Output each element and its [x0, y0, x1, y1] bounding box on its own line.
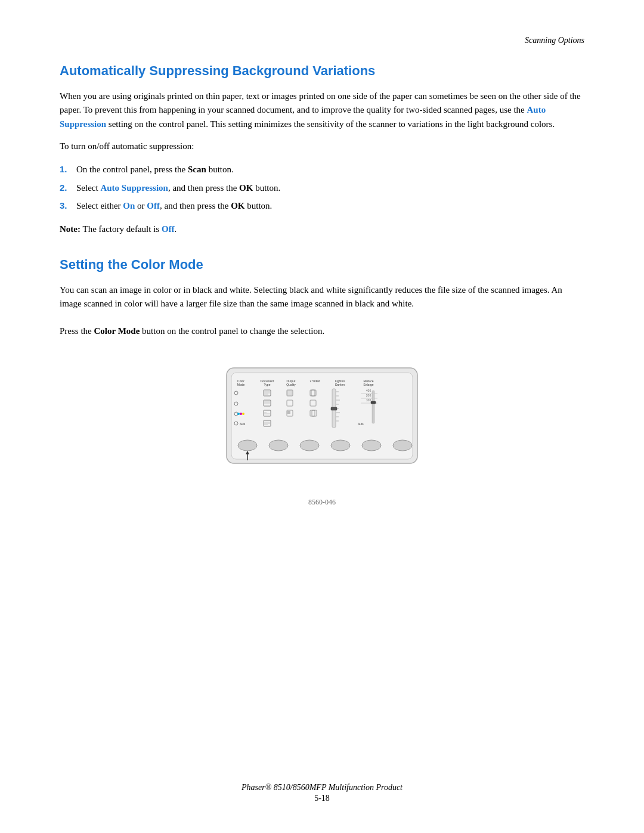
step2-bold: OK [239, 183, 253, 193]
section1-title: Automatically Suppressing Background Var… [60, 63, 584, 79]
svg-rect-54 [331, 407, 337, 410]
image-caption: 8560-046 [215, 498, 429, 507]
step3-text: Select either On or Off, and then press … [76, 199, 584, 213]
svg-text:200: 200 [366, 394, 371, 397]
svg-point-17 [240, 413, 242, 415]
turn-on-off-text: To turn on/off automatic suppression: [60, 140, 584, 153]
steps-list: 1. On the control panel, press the Scan … [60, 163, 584, 213]
note-end: . [175, 224, 177, 234]
svg-rect-36 [287, 391, 292, 395]
svg-rect-62 [372, 391, 374, 423]
intro-text-mid: setting on the control panel. This setti… [106, 119, 555, 129]
note-text: The factory default is [80, 224, 162, 234]
color-mode-bold: Color Mode [94, 326, 140, 336]
note-label: Note: [60, 224, 80, 234]
svg-point-16 [237, 413, 240, 415]
step1-num: 1. [60, 163, 76, 176]
svg-text:Type: Type [264, 383, 271, 386]
step3-link1: On [123, 201, 135, 210]
panel-image-wrapper: Color Mode Document Type Output Quality … [215, 356, 429, 507]
svg-point-67 [331, 440, 350, 451]
svg-rect-63 [371, 401, 376, 404]
svg-text:Mode: Mode [237, 383, 245, 386]
section2-container: Setting the Color Mode You can scan an i… [60, 257, 584, 507]
step3-num: 3. [60, 199, 76, 213]
svg-rect-39 [287, 411, 290, 414]
section2-title: Setting the Color Mode [60, 257, 584, 272]
intro-text-before: When you are using originals printed on … [60, 91, 581, 114]
section2-para2: Press the Color Mode button on the contr… [60, 324, 584, 338]
svg-point-66 [300, 440, 319, 451]
svg-text:Enlarge: Enlarge [363, 383, 373, 386]
step3-link2: Off [147, 201, 160, 210]
step2-text: Select Auto Suppression, and then press … [76, 181, 584, 195]
note-line: Note: The factory default is Off. [60, 222, 584, 236]
page-footer: Phaser® 8510/8560MFP Multifunction Produ… [0, 783, 644, 803]
footer-page-number: 5-18 [0, 794, 644, 803]
svg-point-64 [238, 440, 257, 451]
page-header: Scanning Options [60, 36, 584, 45]
note-link: Off [162, 224, 175, 234]
svg-text:400: 400 [366, 389, 371, 392]
svg-point-68 [362, 440, 381, 451]
step1-text: On the control panel, press the Scan but… [76, 163, 584, 176]
step-1: 1. On the control panel, press the Scan … [60, 163, 584, 176]
page-container: Scanning Options Automatically Suppressi… [0, 0, 644, 833]
step2-link: Auto Suppression [100, 183, 168, 193]
svg-text:100: 100 [366, 398, 371, 402]
intro-link1: Auto [527, 105, 546, 114]
footer-product-name: Phaser® 8510/8560MFP Multifunction Produ… [0, 783, 644, 792]
svg-text:2 Sided: 2 Sided [310, 379, 320, 383]
control-panel-svg: Color Mode Document Type Output Quality … [215, 356, 429, 493]
svg-point-65 [269, 440, 288, 451]
svg-point-69 [393, 440, 412, 451]
step1-bold: Scan [188, 165, 206, 174]
svg-rect-1 [231, 373, 413, 459]
svg-text:Auto: Auto [358, 423, 364, 426]
step3-bold: OK [231, 201, 244, 210]
svg-point-18 [242, 413, 244, 415]
section2-para1: You can scan an image in color or in bla… [60, 283, 584, 311]
svg-text:Auto: Auto [240, 423, 246, 426]
step-2: 2. Select Auto Suppression, and then pre… [60, 181, 584, 195]
svg-text:Darken: Darken [335, 383, 345, 386]
step2-num: 2. [60, 181, 76, 195]
intro-link2: Suppression [60, 119, 106, 129]
header-text: Scanning Options [525, 36, 584, 45]
section1-intro: When you are using originals printed on … [60, 89, 584, 131]
svg-text:Quality: Quality [286, 383, 296, 386]
step-3: 3. Select either On or Off, and then pre… [60, 199, 584, 213]
panel-image-area: Color Mode Document Type Output Quality … [60, 356, 584, 507]
